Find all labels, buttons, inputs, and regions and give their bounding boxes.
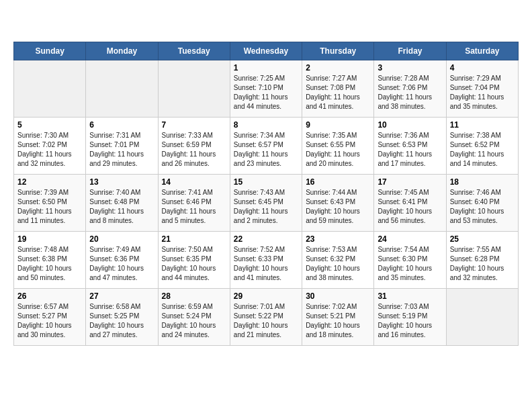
day-info: Sunrise: 7:35 AM Sunset: 6:55 PM Dayligh… (306, 131, 370, 169)
weekday-monday: Monday (86, 42, 158, 60)
calendar-cell: 17Sunrise: 7:45 AM Sunset: 6:41 PM Dayli… (374, 175, 446, 232)
calendar-cell: 27Sunrise: 6:58 AM Sunset: 5:25 PM Dayli… (86, 289, 158, 346)
day-info: Sunrise: 7:50 AM Sunset: 6:35 PM Dayligh… (162, 245, 226, 283)
day-number: 15 (234, 177, 298, 187)
calendar-week-3: 12Sunrise: 7:39 AM Sunset: 6:50 PM Dayli… (14, 175, 519, 232)
day-number: 2 (306, 63, 370, 73)
day-info: Sunrise: 7:29 AM Sunset: 7:04 PM Dayligh… (450, 74, 515, 111)
day-info: Sunrise: 7:46 AM Sunset: 6:40 PM Dayligh… (450, 188, 515, 226)
calendar-cell: 2Sunrise: 7:27 AM Sunset: 7:08 PM Daylig… (302, 60, 374, 118)
day-number: 9 (306, 120, 370, 130)
day-number: 23 (306, 234, 370, 244)
day-number: 29 (234, 291, 298, 301)
day-info: Sunrise: 7:01 AM Sunset: 5:22 PM Dayligh… (234, 302, 298, 340)
calendar-cell: 18Sunrise: 7:46 AM Sunset: 6:40 PM Dayli… (446, 175, 518, 232)
day-info: Sunrise: 7:34 AM Sunset: 6:57 PM Dayligh… (234, 131, 298, 169)
day-info: Sunrise: 7:38 AM Sunset: 6:52 PM Dayligh… (450, 131, 515, 169)
calendar-cell: 6Sunrise: 7:31 AM Sunset: 7:01 PM Daylig… (86, 118, 158, 175)
weekday-sunday: Sunday (14, 42, 86, 60)
day-number: 12 (17, 177, 82, 187)
day-info: Sunrise: 7:52 AM Sunset: 6:33 PM Dayligh… (234, 245, 298, 283)
day-number: 13 (89, 177, 154, 187)
calendar-cell: 4Sunrise: 7:29 AM Sunset: 7:04 PM Daylig… (446, 60, 518, 118)
calendar-cell: 30Sunrise: 7:02 AM Sunset: 5:21 PM Dayli… (302, 289, 374, 346)
day-info: Sunrise: 7:41 AM Sunset: 6:46 PM Dayligh… (162, 188, 226, 226)
day-info: Sunrise: 6:59 AM Sunset: 5:24 PM Dayligh… (162, 302, 226, 340)
calendar-cell: 3Sunrise: 7:28 AM Sunset: 7:06 PM Daylig… (374, 60, 446, 118)
day-number: 26 (17, 291, 82, 301)
calendar-body: 1Sunrise: 7:25 AM Sunset: 7:10 PM Daylig… (14, 60, 519, 346)
calendar-cell: 26Sunrise: 6:57 AM Sunset: 5:27 PM Dayli… (14, 289, 86, 346)
day-number: 11 (450, 120, 515, 130)
day-info: Sunrise: 6:57 AM Sunset: 5:27 PM Dayligh… (17, 302, 82, 340)
day-number: 16 (306, 177, 370, 187)
day-info: Sunrise: 7:43 AM Sunset: 6:45 PM Dayligh… (234, 188, 298, 226)
weekday-thursday: Thursday (302, 42, 374, 60)
day-number: 27 (89, 291, 154, 301)
calendar-week-2: 5Sunrise: 7:30 AM Sunset: 7:02 PM Daylig… (14, 118, 519, 175)
calendar-cell: 1Sunrise: 7:25 AM Sunset: 7:10 PM Daylig… (230, 60, 302, 118)
calendar-cell: 31Sunrise: 7:03 AM Sunset: 5:19 PM Dayli… (374, 289, 446, 346)
calendar-cell: 7Sunrise: 7:33 AM Sunset: 6:59 PM Daylig… (158, 118, 230, 175)
day-number: 25 (450, 234, 515, 244)
logo (13, 13, 38, 35)
day-info: Sunrise: 7:25 AM Sunset: 7:10 PM Dayligh… (234, 74, 298, 111)
day-info: Sunrise: 7:27 AM Sunset: 7:08 PM Dayligh… (306, 74, 370, 111)
calendar-cell: 12Sunrise: 7:39 AM Sunset: 6:50 PM Dayli… (14, 175, 86, 232)
calendar-table: SundayMondayTuesdayWednesdayThursdayFrid… (13, 42, 519, 346)
day-info: Sunrise: 7:30 AM Sunset: 7:02 PM Dayligh… (17, 131, 82, 169)
day-number: 18 (450, 177, 515, 187)
calendar-cell (86, 60, 158, 118)
weekday-saturday: Saturday (446, 42, 518, 60)
day-info: Sunrise: 7:03 AM Sunset: 5:19 PM Dayligh… (378, 302, 442, 340)
day-info: Sunrise: 7:44 AM Sunset: 6:43 PM Dayligh… (306, 188, 370, 226)
calendar-cell (14, 60, 86, 118)
calendar-cell (446, 289, 518, 346)
day-number: 1 (234, 63, 298, 73)
day-number: 5 (17, 120, 82, 130)
day-number: 4 (450, 63, 515, 73)
calendar-cell: 10Sunrise: 7:36 AM Sunset: 6:53 PM Dayli… (374, 118, 446, 175)
calendar-cell: 15Sunrise: 7:43 AM Sunset: 6:45 PM Dayli… (230, 175, 302, 232)
calendar-cell: 22Sunrise: 7:52 AM Sunset: 6:33 PM Dayli… (230, 232, 302, 289)
page-header (13, 13, 519, 35)
calendar-cell: 13Sunrise: 7:40 AM Sunset: 6:48 PM Dayli… (86, 175, 158, 232)
day-number: 21 (162, 234, 226, 244)
day-info: Sunrise: 7:02 AM Sunset: 5:21 PM Dayligh… (306, 302, 370, 340)
calendar-cell: 8Sunrise: 7:34 AM Sunset: 6:57 PM Daylig… (230, 118, 302, 175)
day-number: 8 (234, 120, 298, 130)
calendar-cell: 19Sunrise: 7:48 AM Sunset: 6:38 PM Dayli… (14, 232, 86, 289)
calendar-cell: 23Sunrise: 7:53 AM Sunset: 6:32 PM Dayli… (302, 232, 374, 289)
day-info: Sunrise: 6:58 AM Sunset: 5:25 PM Dayligh… (89, 302, 154, 340)
day-number: 17 (378, 177, 442, 187)
calendar-cell: 24Sunrise: 7:54 AM Sunset: 6:30 PM Dayli… (374, 232, 446, 289)
calendar-cell: 25Sunrise: 7:55 AM Sunset: 6:28 PM Dayli… (446, 232, 518, 289)
weekday-tuesday: Tuesday (158, 42, 230, 60)
day-info: Sunrise: 7:40 AM Sunset: 6:48 PM Dayligh… (89, 188, 154, 226)
calendar-cell (158, 60, 230, 118)
day-number: 31 (378, 291, 442, 301)
day-info: Sunrise: 7:45 AM Sunset: 6:41 PM Dayligh… (378, 188, 442, 226)
calendar-cell: 5Sunrise: 7:30 AM Sunset: 7:02 PM Daylig… (14, 118, 86, 175)
calendar-cell: 29Sunrise: 7:01 AM Sunset: 5:22 PM Dayli… (230, 289, 302, 346)
day-info: Sunrise: 7:55 AM Sunset: 6:28 PM Dayligh… (450, 245, 515, 283)
calendar-cell: 14Sunrise: 7:41 AM Sunset: 6:46 PM Dayli… (158, 175, 230, 232)
day-info: Sunrise: 7:49 AM Sunset: 6:36 PM Dayligh… (89, 245, 154, 283)
calendar-week-1: 1Sunrise: 7:25 AM Sunset: 7:10 PM Daylig… (14, 60, 519, 118)
day-number: 30 (306, 291, 370, 301)
calendar-cell: 11Sunrise: 7:38 AM Sunset: 6:52 PM Dayli… (446, 118, 518, 175)
day-number: 22 (234, 234, 298, 244)
day-number: 10 (378, 120, 442, 130)
logo-icon (13, 13, 35, 35)
day-number: 24 (378, 234, 442, 244)
day-info: Sunrise: 7:36 AM Sunset: 6:53 PM Dayligh… (378, 131, 442, 169)
day-info: Sunrise: 7:48 AM Sunset: 6:38 PM Dayligh… (17, 245, 82, 283)
day-number: 7 (162, 120, 226, 130)
calendar-week-5: 26Sunrise: 6:57 AM Sunset: 5:27 PM Dayli… (14, 289, 519, 346)
day-number: 20 (89, 234, 154, 244)
day-number: 3 (378, 63, 442, 73)
day-info: Sunrise: 7:28 AM Sunset: 7:06 PM Dayligh… (378, 74, 442, 111)
calendar-cell: 9Sunrise: 7:35 AM Sunset: 6:55 PM Daylig… (302, 118, 374, 175)
day-info: Sunrise: 7:53 AM Sunset: 6:32 PM Dayligh… (306, 245, 370, 283)
day-number: 14 (162, 177, 226, 187)
